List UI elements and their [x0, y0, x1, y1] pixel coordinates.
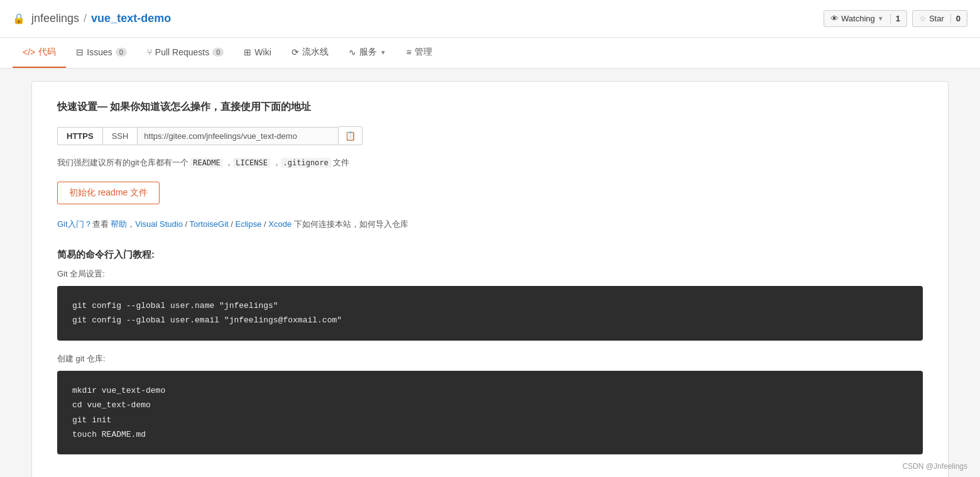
https-button[interactable]: HTTPS	[57, 127, 102, 145]
tab-services[interactable]: ∿ 服务 ▼	[339, 38, 396, 68]
pipeline-tab-icon: ⟳	[291, 47, 299, 57]
git-help-text: Git入门？查看 帮助，Visual Studio / TortoiseGit …	[57, 217, 923, 231]
pipeline-tab-label: 流水线	[302, 47, 329, 58]
services-tab-label: 服务	[359, 47, 377, 58]
manage-tab-icon: ≡	[406, 47, 411, 57]
copy-icon: 📋	[345, 131, 356, 141]
star-count: 0	[950, 14, 961, 23]
git-global-title: Git 全局设置:	[57, 268, 923, 280]
xcode-link[interactable]: Xcode	[268, 219, 291, 229]
title-separator: /	[84, 12, 87, 25]
comma1: ，	[223, 158, 234, 167]
tab-pipeline[interactable]: ⟳ 流水线	[281, 38, 339, 68]
main-content: 快速设置— 如果你知道该怎么操作，直接使用下面的地址 HTTPS SSH 📋 我…	[19, 81, 961, 477]
tab-manage[interactable]: ≡ 管理	[396, 38, 442, 68]
repo-title-area: 🔒 jnfeelings / vue_text-demo	[13, 12, 171, 25]
issues-tab-icon: ⊟	[76, 47, 84, 57]
repo-url-input[interactable]	[138, 127, 339, 145]
manage-tab-label: 管理	[415, 47, 432, 58]
wiki-tab-icon: ⊞	[244, 47, 251, 57]
eye-icon: 👁	[830, 14, 839, 23]
star-label: Star	[929, 14, 944, 23]
code-tab-icon: </>	[23, 47, 35, 57]
visual-studio-link[interactable]: Visual Studio	[135, 219, 183, 229]
code-tab-label: 代码	[38, 47, 56, 58]
content-box: 快速设置— 如果你知道该怎么操作，直接使用下面的地址 HTTPS SSH 📋 我…	[31, 81, 949, 477]
create-repo-title: 创建 git 仓库:	[57, 353, 923, 365]
git-global-code: git config --global user.name "jnfeeling…	[57, 286, 923, 341]
tutorial-title: 简易的命令行入门教程:	[57, 249, 923, 261]
services-dropdown-icon: ▼	[380, 49, 386, 56]
recommend-prefix: 我们强烈建议所有的git仓库都有一个	[57, 158, 190, 167]
pr-tab-label: Pull Requests	[155, 47, 209, 57]
repo-owner[interactable]: jnfeelings	[31, 12, 79, 25]
issues-badge: 0	[116, 48, 127, 57]
page-header: 🔒 jnfeelings / vue_text-demo 👁 Watching …	[0, 0, 980, 38]
tab-issues[interactable]: ⊟ Issues 0	[66, 38, 137, 68]
tortoisegit-link[interactable]: TortoiseGit	[190, 219, 229, 229]
issues-tab-label: Issues	[87, 47, 112, 57]
watching-button[interactable]: 👁 Watching ▼ 1	[824, 10, 907, 27]
repo-name[interactable]: vue_text-demo	[91, 12, 171, 25]
quick-setup-title: 快速设置— 如果你知道该怎么操作，直接使用下面的地址	[57, 101, 923, 114]
help-link[interactable]: 帮助	[111, 219, 127, 229]
lock-icon: 🔒	[13, 13, 25, 25]
files-text: 文件	[331, 158, 350, 167]
readme-code: README	[190, 158, 222, 168]
wiki-tab-label: Wiki	[254, 47, 271, 57]
header-actions: 👁 Watching ▼ 1 ☆ Star 0	[824, 10, 967, 27]
create-repo-code: mkdir vue_text-demo cd vue_text-demo git…	[57, 371, 923, 455]
watching-count: 1	[890, 14, 900, 23]
eclipse-link[interactable]: Eclipse	[236, 219, 262, 229]
init-readme-button[interactable]: 初始化 readme 文件	[57, 182, 160, 204]
gitignore-code: .gitignore	[281, 158, 331, 168]
watermark: CSDN @Jnfeelings	[902, 462, 967, 471]
tab-wiki[interactable]: ⊞ Wiki	[234, 38, 281, 68]
license-code: LICENSE	[233, 158, 270, 168]
repo-title: jnfeelings / vue_text-demo	[31, 12, 171, 25]
recommend-text: 我们强烈建议所有的git仓库都有一个 README ，LICENSE ，.git…	[57, 155, 923, 170]
tab-pull-requests[interactable]: ⑂ Pull Requests 0	[137, 38, 234, 68]
pr-badge: 0	[212, 48, 224, 57]
protocol-row: HTTPS SSH 📋	[57, 126, 923, 145]
star-button[interactable]: ☆ Star 0	[912, 10, 967, 27]
nav-tabs: </> 代码 ⊟ Issues 0 ⑂ Pull Requests 0 ⊞ Wi…	[0, 38, 980, 69]
watching-dropdown-icon: ▼	[878, 15, 884, 22]
pr-tab-icon: ⑂	[147, 47, 152, 57]
ssh-button[interactable]: SSH	[102, 127, 138, 145]
comma2: ，	[270, 158, 281, 167]
copy-url-button[interactable]: 📋	[339, 126, 362, 145]
tab-code[interactable]: </> 代码	[13, 38, 66, 68]
git-intro-link[interactable]: Git入门？	[57, 219, 92, 229]
watching-label: Watching	[841, 14, 875, 23]
star-icon: ☆	[919, 14, 927, 23]
services-tab-icon: ∿	[349, 47, 356, 57]
